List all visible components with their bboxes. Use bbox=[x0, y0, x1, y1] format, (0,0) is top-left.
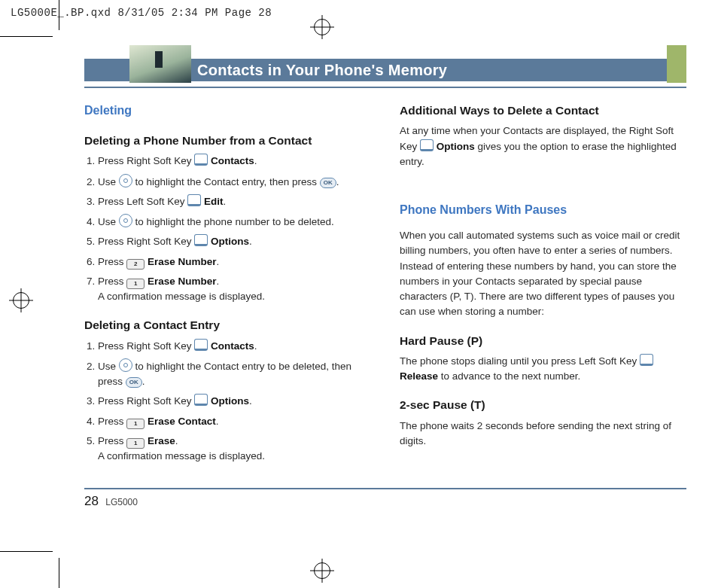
subsection-heading: Hard Pause (P) bbox=[400, 332, 686, 349]
right-column: Additional Ways to Delete a Contact At a… bbox=[400, 102, 686, 470]
step: Press Right Soft Key Contacts. bbox=[98, 154, 371, 169]
soft-key-icon bbox=[194, 234, 208, 246]
crop-mark-icon bbox=[53, 558, 83, 588]
step: Press Right Soft Key Options. bbox=[98, 234, 371, 249]
body-text: When you call automated systems such as … bbox=[400, 228, 686, 320]
step: Use to highlight the phone number to be … bbox=[98, 214, 371, 230]
step: Press Right Soft Key Contacts. bbox=[98, 339, 371, 354]
left-column: Deleting Deleting a Phone Number from a … bbox=[84, 102, 371, 470]
subsection-heading: Additional Ways to Delete a Contact bbox=[400, 102, 686, 119]
step: Press 1 Erase. A confirmation message is… bbox=[98, 434, 371, 465]
subsection-heading: 2-sec Pause (T) bbox=[400, 396, 686, 413]
chapter-title: Contacts in Your Phone's Memory bbox=[197, 62, 447, 79]
step: Press 1 Erase Number. A confirmation mes… bbox=[98, 274, 371, 305]
keypad-1-icon: 1 bbox=[126, 279, 145, 289]
crop-mark-icon bbox=[0, 36, 53, 37]
step: Press Left Soft Key Edit. bbox=[98, 194, 371, 209]
banner-tab bbox=[667, 45, 686, 83]
nav-key-icon bbox=[119, 174, 132, 187]
section-heading: Phone Numbers With Pauses bbox=[400, 201, 686, 219]
step-list: Press Right Soft Key Contacts. Use to hi… bbox=[84, 339, 371, 465]
step: Press 1 Erase Contact. bbox=[98, 414, 371, 429]
soft-key-icon bbox=[194, 339, 208, 351]
nav-key-icon bbox=[119, 358, 132, 372]
soft-key-icon bbox=[194, 394, 208, 406]
chapter-banner: Contacts in Your Phone's Memory bbox=[84, 45, 686, 88]
step: Press Right Soft Key Options. bbox=[98, 394, 371, 409]
file-header: LG5000E_.BP.qxd 8/31/05 2:34 PM Page 28 bbox=[11, 7, 272, 19]
soft-key-icon bbox=[187, 194, 201, 206]
ok-key-icon: OK bbox=[320, 178, 336, 188]
nav-key-icon bbox=[119, 214, 132, 227]
registration-mark-icon bbox=[314, 19, 330, 35]
step-list: Press Right Soft Key Contacts. Use to hi… bbox=[84, 154, 371, 304]
page-number: 28 bbox=[84, 494, 99, 508]
body-text: The phone waits 2 seconds before sending… bbox=[400, 419, 686, 449]
step: Use to highlight the Contact entry to be… bbox=[98, 358, 371, 390]
body-text: At any time when your Contacts are displ… bbox=[400, 123, 686, 169]
keypad-1-icon: 1 bbox=[126, 438, 145, 449]
soft-key-icon bbox=[640, 354, 653, 366]
crop-mark-icon bbox=[53, 0, 83, 30]
soft-key-icon bbox=[194, 154, 208, 166]
step: Press 2 Erase Number. bbox=[98, 254, 371, 270]
page-content: Contacts in Your Phone's Memory Deleting… bbox=[84, 45, 686, 509]
model-number: LG5000 bbox=[105, 497, 138, 507]
step: Use to highlight the Contact entry, then… bbox=[98, 174, 371, 190]
page-footer: 28 LG5000 bbox=[84, 488, 686, 509]
subsection-heading: Deleting a Contact Entry bbox=[84, 316, 371, 334]
body-text: The phone stops dialing until you press … bbox=[400, 354, 686, 385]
ok-key-icon: OK bbox=[126, 377, 142, 388]
banner-photo bbox=[129, 45, 191, 83]
registration-mark-icon bbox=[314, 562, 330, 579]
registration-mark-icon bbox=[13, 292, 29, 309]
subsection-heading: Deleting a Phone Number from a Contact bbox=[84, 132, 371, 149]
crop-mark-icon bbox=[0, 551, 53, 552]
keypad-2-icon: 2 bbox=[126, 259, 145, 270]
section-heading: Deleting bbox=[84, 102, 371, 120]
keypad-1-icon: 1 bbox=[126, 419, 145, 429]
soft-key-icon bbox=[420, 139, 434, 151]
